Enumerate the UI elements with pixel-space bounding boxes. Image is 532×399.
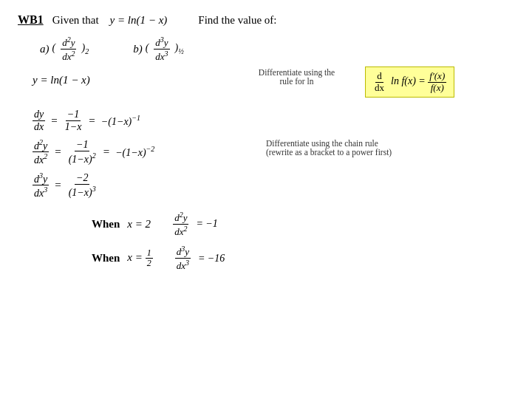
header-row: WB1 Given that y = ln(1 − x) Find the va… — [18, 13, 514, 27]
y-expr: y = ln(1 − x) — [33, 74, 90, 86]
part-b-label: b) — [133, 43, 143, 55]
part-a-label: a) — [40, 43, 50, 55]
given-text: Given that y = ln(1 − x) — [52, 14, 168, 27]
when-result-1: = −1 — [196, 218, 217, 230]
when-result-2: = −16 — [198, 253, 225, 265]
when-condition-2: x = 1 2 — [127, 248, 152, 268]
when-label-1: When — [92, 218, 120, 231]
d3y-row: d3y dx3 = −2 (1−x)3 — [33, 171, 514, 199]
page: WB1 Given that y = ln(1 − x) Find the va… — [0, 0, 532, 399]
find-text: Find the value of: — [198, 14, 276, 27]
formula-box: d dx ln f(x) = f′(x) f(x) — [365, 66, 454, 98]
when-label-2: When — [92, 252, 120, 265]
part-a-expr: ( d2y dx2 )2 — [52, 35, 89, 62]
part-b-expr: ( d3y dx3 )½ — [146, 35, 184, 62]
diff-chain-annotation: Differentiate using the chain rule(rewri… — [266, 139, 436, 157]
when-row-2: When x = 1 2 d3y dx3 = −16 — [92, 245, 514, 271]
when-condition-1: x = 2 — [127, 218, 151, 231]
y-definition-row: y = ln(1 − x) Differentiate using therul… — [18, 74, 514, 86]
parts-row: a) ( d2y dx2 )2 b) ( d3y dx3 )½ — [40, 35, 514, 62]
diff-ln-annotation: Differentiate using therule for ln — [232, 68, 361, 86]
dy-dx-row: dy dx = −1 1−x = −(1−x)−1 — [33, 109, 514, 132]
wb1-label: WB1 — [18, 13, 44, 27]
when-row-1: When x = 2 d2y dx2 = −1 — [92, 211, 514, 237]
